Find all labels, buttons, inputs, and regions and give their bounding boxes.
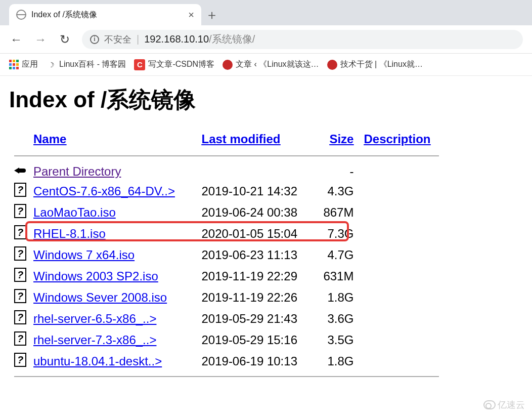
- file-icon: [14, 331, 26, 346]
- file-icon: [14, 204, 26, 218]
- url-text: 192.168.10.10/系统镜像/: [144, 32, 255, 46]
- file-modified: 2019-11-19 22:26: [196, 287, 314, 308]
- file-row: ubuntu-18.04.1-deskt..>2019-06-19 10:131…: [9, 351, 444, 372]
- file-icon: [14, 225, 26, 239]
- security-status: 不安全: [104, 33, 131, 46]
- csdn-icon: C: [134, 59, 145, 70]
- file-icon: [14, 353, 26, 367]
- bookmark-label: 写文章-CSDN博客: [148, 59, 214, 70]
- site-icon: ☽: [46, 60, 56, 70]
- apps-button[interactable]: 应用: [9, 59, 38, 70]
- file-size: 3.6G: [314, 308, 359, 329]
- sort-name[interactable]: Name: [33, 132, 66, 146]
- file-size: 867M: [314, 202, 359, 223]
- file-row: rhel-server-7.3-x86_..>2019-05-29 15:163…: [9, 329, 444, 351]
- bookmark-label: 技术干货 | 《Linux就…: [340, 59, 423, 70]
- browser-tab-bar: Index of /系统镜像 × ＋: [0, 0, 532, 25]
- directory-listing: Name Last modified Size Description Pare…: [9, 130, 444, 383]
- file-size: 1.8G: [314, 287, 359, 308]
- browser-tab[interactable]: Index of /系统镜像 ×: [9, 4, 201, 25]
- address-toolbar: ← → ↻ i 不安全 | 192.168.10.10/系统镜像/: [0, 25, 532, 54]
- sort-desc[interactable]: Description: [364, 132, 430, 146]
- col-modified: Last modified: [196, 130, 314, 151]
- file-link[interactable]: CentOS-7.6-x86_64-DV..>: [33, 184, 175, 198]
- file-size: 631M: [314, 266, 359, 287]
- forward-button[interactable]: →: [33, 32, 48, 47]
- file-link[interactable]: Windows 7 x64.iso: [33, 248, 135, 262]
- file-modified: 2019-05-29 21:43: [196, 308, 314, 329]
- parent-row: Parent Directory -: [9, 162, 444, 181]
- bookmark-item[interactable]: 文章 ‹ 《Linux就该这…: [223, 59, 319, 70]
- parent-link[interactable]: Parent Directory: [33, 164, 121, 178]
- file-link[interactable]: RHEL-8.1.iso: [33, 227, 106, 240]
- file-modified: 2019-05-29 15:16: [196, 329, 314, 351]
- col-name: Name: [28, 130, 196, 151]
- file-row: Windows Sever 2008.iso2019-11-19 22:261.…: [9, 287, 444, 308]
- file-modified: 2020-01-05 15:04: [196, 223, 314, 244]
- file-size: 4.7G: [314, 244, 359, 266]
- bookmark-item[interactable]: ☽Linux百科 - 博客园: [46, 59, 126, 70]
- divider: [14, 155, 439, 156]
- file-icon: [14, 183, 26, 197]
- reload-button[interactable]: ↻: [58, 32, 72, 47]
- file-row: rhel-server-6.5-x86_..>2019-05-29 21:433…: [9, 308, 444, 329]
- file-link[interactable]: LaoMaoTao.iso: [33, 205, 116, 219]
- file-link[interactable]: Windows Sever 2008.iso: [33, 290, 167, 304]
- file-modified: 2019-11-19 22:29: [196, 266, 314, 287]
- page-content: Index of /系统镜像 Name Last modified Size D…: [0, 76, 532, 392]
- file-link[interactable]: rhel-server-7.3-x86_..>: [33, 333, 156, 347]
- parent-size: -: [314, 162, 359, 181]
- file-row: LaoMaoTao.iso2019-06-24 00:38867M: [9, 202, 444, 223]
- file-size: 4.3G: [314, 181, 359, 202]
- file-link[interactable]: rhel-server-6.5-x86_..>: [33, 312, 156, 325]
- sort-modified[interactable]: Last modified: [201, 132, 280, 146]
- red-circle-icon: [223, 60, 233, 70]
- apps-label: 应用: [22, 59, 38, 70]
- close-icon[interactable]: ×: [188, 9, 194, 21]
- file-size: 1.8G: [314, 351, 359, 372]
- file-row: CentOS-7.6-x86_64-DV..>2019-10-21 14:324…: [9, 181, 444, 202]
- new-tab-button[interactable]: ＋: [201, 4, 223, 25]
- back-button[interactable]: ←: [9, 32, 23, 47]
- url-bar[interactable]: i 不安全 | 192.168.10.10/系统镜像/: [82, 30, 523, 49]
- apps-icon: [9, 60, 19, 69]
- file-icon: [14, 289, 26, 303]
- file-row: Windows 7 x64.iso2019-06-23 11:134.7G: [9, 244, 444, 266]
- bookmark-bar: 应用 ☽Linux百科 - 博客园C写文章-CSDN博客文章 ‹ 《Linux就…: [0, 54, 532, 76]
- file-modified: 2019-06-24 00:38: [196, 202, 314, 223]
- divider: [14, 376, 439, 377]
- file-link[interactable]: ubuntu-18.04.1-deskt..>: [33, 354, 162, 368]
- bookmark-item[interactable]: C写文章-CSDN博客: [134, 59, 214, 70]
- file-modified: 2019-06-19 10:13: [196, 351, 314, 372]
- file-modified: 2019-10-21 14:32: [196, 181, 314, 202]
- bookmark-label: 文章 ‹ 《Linux就该这…: [236, 59, 319, 70]
- file-modified: 2019-06-23 11:13: [196, 244, 314, 266]
- tab-title: Index of /系统镜像: [31, 10, 183, 20]
- red-circle-icon: [327, 60, 337, 70]
- file-icon: [14, 310, 26, 324]
- header-row: Name Last modified Size Description: [9, 130, 444, 151]
- file-size: 7.3G: [314, 223, 359, 244]
- page-title: Index of /系统镜像: [9, 85, 523, 115]
- bookmark-item[interactable]: 技术干货 | 《Linux就…: [327, 59, 423, 70]
- col-desc: Description: [359, 130, 444, 151]
- back-icon: [14, 165, 27, 176]
- globe-icon: [16, 10, 26, 20]
- file-icon: [14, 246, 26, 261]
- file-link[interactable]: Windows 2003 SP2.iso: [33, 269, 158, 283]
- sort-size[interactable]: Size: [329, 132, 353, 146]
- info-icon[interactable]: i: [90, 35, 99, 44]
- col-size: Size: [314, 130, 359, 151]
- file-icon: [14, 268, 26, 282]
- file-size: 3.5G: [314, 329, 359, 351]
- bookmark-label: Linux百科 - 博客园: [59, 59, 126, 70]
- url-separator: |: [137, 33, 139, 45]
- file-row: Windows 2003 SP2.iso2019-11-19 22:29631M: [9, 266, 444, 287]
- file-row: RHEL-8.1.iso2020-01-05 15:047.3G: [9, 223, 444, 244]
